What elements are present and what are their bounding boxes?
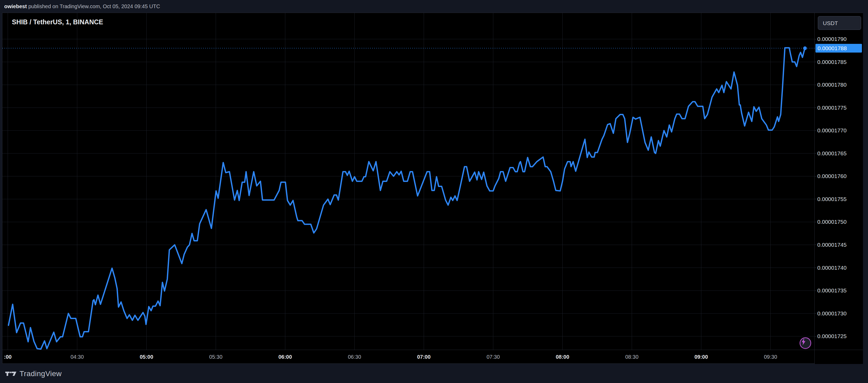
- price-tick-mark: [815, 107, 816, 108]
- price-tick-mark: [815, 245, 816, 245]
- page: { "published_bar": { "user": "owiebest",…: [0, 0, 868, 383]
- time-tick-label: 07:00: [408, 350, 440, 363]
- price-axis[interactable]: USDT 0.00001788 0.000017900.000017850.00…: [814, 13, 863, 364]
- time-tick-label: 08:30: [616, 350, 648, 363]
- chart-canvas[interactable]: SHIB / TetherUS, 1, BINANCE0.00001788+0.…: [2, 13, 814, 350]
- currency-button[interactable]: USDT: [818, 16, 861, 30]
- time-tick-label: 05:30: [200, 350, 232, 363]
- time-tick-label: 05:00: [131, 350, 162, 363]
- price-tick-label: 0.00001780: [817, 82, 847, 88]
- flash-publish-button[interactable]: [800, 337, 811, 349]
- time-tick-label: 08:00: [547, 350, 579, 363]
- price-tick-label: 0.00001755: [817, 196, 847, 202]
- symbol-title[interactable]: SHIB / TetherUS, 1, BINANCE: [12, 18, 103, 26]
- price-tick-mark: [815, 62, 816, 62]
- price-tick-label: 0.00001775: [817, 105, 847, 111]
- time-axis[interactable]: :0004:3005:0005:3006:0006:3007:0007:3008…: [2, 350, 814, 363]
- price-tick-mark: [815, 267, 816, 268]
- time-tick-label: 09:00: [685, 350, 717, 363]
- time-tick-label: 04:30: [61, 350, 93, 363]
- time-tick-label: :00: [2, 350, 24, 363]
- price-tick-label: 0.00001785: [817, 59, 847, 65]
- price-tick-mark: [815, 153, 816, 154]
- price-tick-label: 0.00001735: [817, 287, 847, 294]
- price-tick-label: 0.00001740: [817, 265, 847, 271]
- tradingview-logo[interactable]: TradingView: [5, 368, 62, 380]
- price-tick-mark: [815, 176, 816, 177]
- price-line-chart: [2, 13, 814, 350]
- price-tick-label: 0.00001725: [817, 333, 847, 340]
- time-tick-label: 06:00: [270, 350, 301, 363]
- price-tick-label: 0.00001750: [817, 219, 847, 225]
- chart-legend: SHIB / TetherUS, 1, BINANCE0.00001788+0.…: [12, 18, 216, 26]
- last-price-badge: 0.00001788: [815, 44, 862, 53]
- last-price-value: 0.00001788: [110, 18, 145, 26]
- tradingview-mark-icon: [5, 371, 17, 376]
- published-bar: owiebest published on TradingView.com, O…: [0, 0, 868, 13]
- lightning-bolt-icon: [800, 338, 807, 346]
- tradingview-wordmark: TradingView: [20, 370, 62, 378]
- price-change-value: +0.00000002 (+0.11%): [149, 18, 216, 26]
- price-tick-label: 0.00001745: [817, 242, 847, 248]
- chart-frame: SHIB / TetherUS, 1, BINANCE0.00001788+0.…: [2, 13, 863, 364]
- price-tick-mark: [815, 336, 816, 337]
- price-tick-label: 0.00001730: [817, 310, 847, 317]
- published-text: published on TradingView.com, Oct 05, 20…: [27, 3, 160, 9]
- last-point-dot: [803, 46, 807, 50]
- price-tick-mark: [815, 313, 816, 314]
- price-line-series: [8, 48, 805, 349]
- published-username: owiebest: [4, 3, 27, 9]
- price-tick-mark: [815, 199, 816, 199]
- price-tick-mark: [815, 130, 816, 131]
- time-tick-label: 06:30: [339, 350, 370, 363]
- price-tick-label: 0.00001765: [817, 150, 847, 157]
- price-tick-mark: [815, 39, 816, 39]
- time-tick-label: 09:30: [755, 350, 786, 363]
- time-tick-label: 07:30: [477, 350, 509, 363]
- price-tick-label: 0.00001790: [817, 36, 847, 42]
- time-axis-corner: [814, 350, 863, 363]
- price-tick-label: 0.00001770: [817, 127, 847, 134]
- price-tick-label: 0.00001760: [817, 173, 847, 179]
